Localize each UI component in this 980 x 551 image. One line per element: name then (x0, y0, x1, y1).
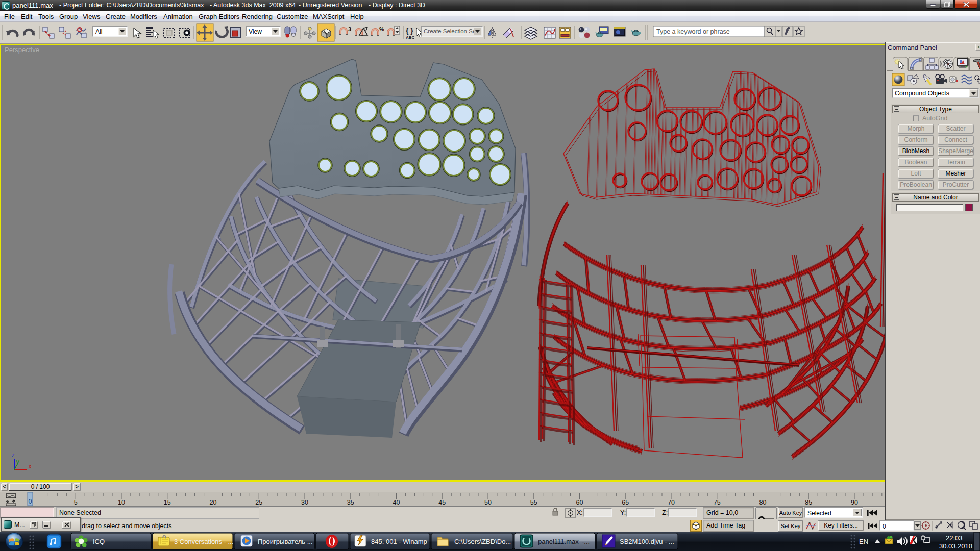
svg-text:10: 10 (118, 499, 125, 506)
svg-text:22:03: 22:03 (946, 534, 963, 542)
svg-text:ABC: ABC (406, 35, 415, 40)
svg-text:50: 50 (484, 499, 492, 506)
svg-text:45: 45 (438, 499, 446, 506)
svg-text:80: 80 (760, 499, 767, 506)
svg-text:845. 001 - Winamp: 845. 001 - Winamp (371, 538, 427, 545)
svg-text:25: 25 (255, 499, 262, 506)
svg-text:75: 75 (714, 499, 721, 506)
svg-text:-...: -... (582, 538, 590, 545)
svg-text:0: 0 (29, 498, 32, 505)
svg-text:55: 55 (530, 499, 537, 506)
svg-text:{ }: { } (406, 27, 413, 35)
svg-text:70: 70 (668, 499, 675, 506)
svg-text:30: 30 (301, 499, 308, 506)
svg-text:30.03.2010: 30.03.2010 (939, 542, 972, 550)
svg-text:3 Conversations - ...: 3 Conversations - ... (174, 538, 233, 545)
svg-text:Проигрыватель ...: Проигрыватель ... (258, 538, 313, 545)
svg-text:SB2M100.djvu - ...: SB2M100.djvu - ... (620, 538, 674, 545)
svg-text:35: 35 (347, 499, 354, 506)
svg-text:60: 60 (576, 499, 583, 506)
svg-text:85: 85 (805, 499, 812, 506)
svg-text:ICQ: ICQ (93, 538, 105, 545)
svg-text:5: 5 (74, 499, 78, 506)
svg-text:65: 65 (622, 499, 629, 506)
svg-text:C:\Users\ZBD\Do...: C:\Users\ZBD\Do... (454, 538, 511, 545)
svg-text:3: 3 (348, 26, 351, 32)
svg-text:15: 15 (164, 499, 171, 506)
svg-text:%: % (379, 26, 384, 32)
svg-text:Type a keyword or phrase: Type a keyword or phrase (656, 28, 730, 35)
svg-text:40: 40 (393, 499, 400, 506)
svg-text:90: 90 (851, 499, 858, 506)
svg-text:panel111.max: panel111.max (538, 538, 579, 545)
svg-text:EN: EN (859, 538, 868, 545)
svg-text:20: 20 (210, 499, 217, 506)
